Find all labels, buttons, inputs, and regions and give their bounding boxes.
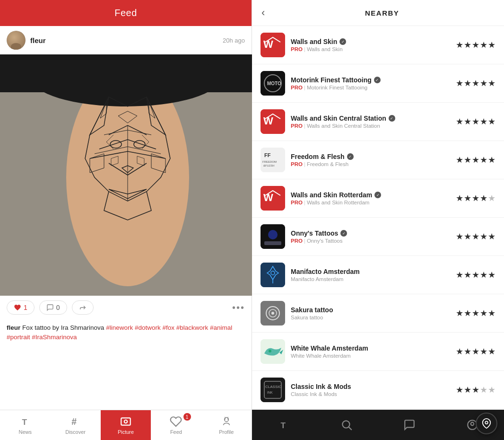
star: ★ xyxy=(464,270,471,280)
star: ★ xyxy=(480,155,487,165)
shop-item[interactable]: White Whale Amsterdam White Whale Amster… xyxy=(252,333,504,371)
star: ★ xyxy=(488,308,495,318)
caption: fleur Fox tattoo by Ira Shmarinova #line… xyxy=(0,319,252,410)
shop-info: Classic Ink & Mods Classic Ink & Mods xyxy=(291,383,456,397)
star: ★ xyxy=(480,116,487,127)
shop-info: Walls and Skin Rotterdam PRO|Walls and S… xyxy=(291,191,456,205)
shop-name-row: Classic Ink & Mods xyxy=(291,383,456,390)
sakura-logo xyxy=(261,301,285,326)
feed-header: Feed xyxy=(0,0,252,26)
shop-logo: CLASSIC INK xyxy=(261,378,285,402)
svg-text:FREEDOM: FREEDOM xyxy=(262,160,277,163)
shop-name: Manifacto Amsterdam xyxy=(291,268,360,275)
star: ★ xyxy=(480,270,487,280)
shop-info: Walls and Skin Central Station PRO|Walls… xyxy=(291,114,456,129)
star: ★ xyxy=(464,231,471,242)
left-panel: Feed fleur 20h ago xyxy=(0,0,252,440)
star: ★ xyxy=(472,385,479,395)
star: ★ xyxy=(464,385,471,395)
nav-picture[interactable]: Picture xyxy=(101,410,151,440)
star: ★ xyxy=(456,231,463,242)
shop-name: Walls and Skin Central Station xyxy=(291,114,386,122)
actions-row: 1 0 ••• xyxy=(0,296,252,319)
svg-text:MOTO: MOTO xyxy=(267,81,281,86)
shop-name: Onny's Tattoos xyxy=(291,229,338,237)
shop-item[interactable]: W Walls and Skin PRO|Walls and Skin ★ ★ … xyxy=(252,26,504,64)
more-button[interactable]: ••• xyxy=(232,302,245,313)
shop-item[interactable]: Onny's Tattoos PRO|Onny's Tattoos ★ ★ ★ … xyxy=(252,218,504,256)
share-button[interactable] xyxy=(72,300,94,315)
star: ★ xyxy=(464,308,471,318)
shop-info: Motorink Finest Tattooing PRO|Motorink F… xyxy=(291,76,456,90)
star-half: ★ xyxy=(488,193,495,203)
nav-feed[interactable]: 1 Feed xyxy=(151,410,201,440)
like-button[interactable]: 1 xyxy=(7,300,35,315)
shop-item[interactable]: Sakura tattoo Sakura tattoo ★ ★ ★ ★ ★ xyxy=(252,294,504,333)
bottom-nav-right: T xyxy=(252,410,504,440)
comment-button[interactable]: 0 xyxy=(39,300,67,315)
svg-point-11 xyxy=(124,420,128,423)
caption-user[interactable]: fleur xyxy=(7,324,20,331)
verified-icon xyxy=(340,230,347,237)
shop-info: Walls and Skin PRO|Walls and Skin xyxy=(291,38,456,52)
star: ★ xyxy=(456,116,463,127)
onny-logo xyxy=(261,224,285,249)
shop-item[interactable]: MOTO Motorink Finest Tattooing PRO|Motor… xyxy=(252,64,504,103)
star: ★ xyxy=(472,270,479,280)
shop-item[interactable]: W Walls and Skin Rotterdam PRO|Walls and… xyxy=(252,179,504,218)
shop-name-row: White Whale Amsterdam xyxy=(291,344,456,352)
nav-news[interactable]: T News xyxy=(0,410,50,440)
shop-sub: PRO|Freedom & Flesh xyxy=(291,161,456,167)
shop-item[interactable]: W Walls and Skin Central Station PRO|Wal… xyxy=(252,103,504,141)
avatar[interactable] xyxy=(7,31,26,50)
shop-sub: White Whale Amsterdam xyxy=(291,353,456,359)
stars: ★ ★ ★ ★ ★ xyxy=(456,78,495,88)
nav-dark-search[interactable] xyxy=(315,410,378,440)
star: ★ xyxy=(456,385,463,395)
like-count: 1 xyxy=(24,304,27,311)
shop-info: White Whale Amsterdam White Whale Amster… xyxy=(291,344,456,359)
svg-point-39 xyxy=(271,312,274,315)
username[interactable]: fleur xyxy=(30,36,46,44)
shop-logo xyxy=(261,224,285,249)
svg-text:T: T xyxy=(280,421,286,430)
nav-news-label: News xyxy=(18,429,32,435)
star: ★ xyxy=(480,40,487,50)
classic-logo: CLASSIC INK xyxy=(261,378,285,402)
shop-name-row: Sakura tattoo xyxy=(291,306,456,314)
nav-profile[interactable]: Profile xyxy=(201,410,252,440)
shop-item[interactable]: Manifacto Amsterdam Manifacto Amsterdam … xyxy=(252,256,504,294)
nav-dark-home[interactable]: T xyxy=(252,410,315,440)
picture-icon xyxy=(120,415,132,428)
star: ★ xyxy=(456,270,463,280)
post-user-row: fleur 20h ago xyxy=(0,26,252,54)
manifacto-logo xyxy=(261,263,285,287)
stars: ★ ★ ★ ★ ★ xyxy=(456,346,495,357)
star: ★ xyxy=(472,78,479,88)
feed-badge: 1 xyxy=(183,413,191,421)
shop-name-row: Walls and Skin Central Station xyxy=(291,114,456,122)
nav-dark-chat[interactable] xyxy=(378,410,441,440)
ws-central-logo: W xyxy=(261,109,285,134)
shop-sub: Classic Ink & Mods xyxy=(291,391,456,397)
shop-item[interactable]: CLASSIC INK Classic Ink & Mods Classic I… xyxy=(252,371,504,409)
stars: ★ ★ ★ ★ ★ xyxy=(456,155,495,165)
comment-count: 0 xyxy=(56,304,60,311)
location-icon xyxy=(481,418,492,429)
shop-sub: PRO|Onny's Tattoos xyxy=(291,238,456,244)
star: ★ xyxy=(488,116,495,127)
star: ★ xyxy=(472,231,479,242)
shop-logo: W xyxy=(261,186,285,211)
shop-list[interactable]: W Walls and Skin PRO|Walls and Skin ★ ★ … xyxy=(252,26,504,410)
bottom-nav-left: T News # Discover Picture 1 Feed Profile xyxy=(0,410,252,440)
star: ★ xyxy=(464,346,471,357)
svg-point-51 xyxy=(485,421,488,424)
nav-discover[interactable]: # Discover xyxy=(50,410,100,440)
star: ★ xyxy=(480,193,487,203)
stars: ★ ★ ★ ★ ★ xyxy=(456,385,495,395)
shop-item[interactable]: FF FREEDOM &FLESH Freedom & Flesh PRO|Fr… xyxy=(252,141,504,179)
location-fab[interactable] xyxy=(476,413,497,434)
svg-point-31 xyxy=(268,230,278,239)
back-button[interactable]: ‹ xyxy=(261,7,265,19)
nav-feed-label: Feed xyxy=(170,429,182,435)
